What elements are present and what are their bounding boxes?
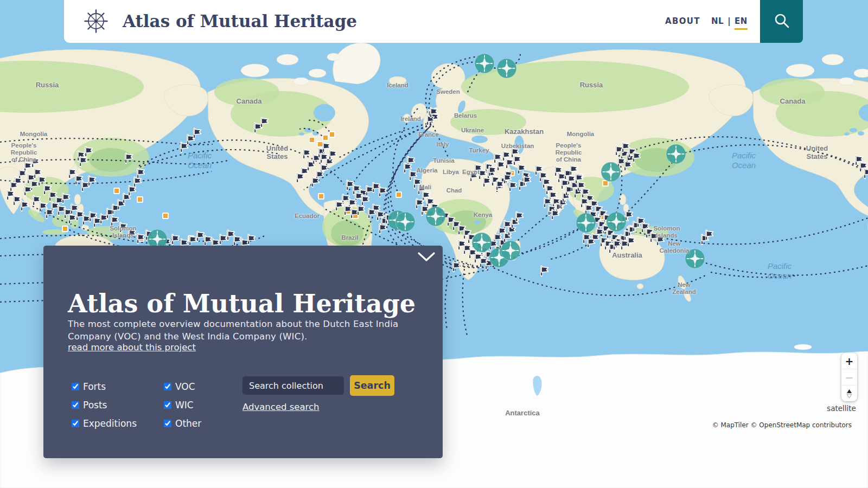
post-square-marker[interactable] [323,135,328,140]
compass-wheel-logo-icon[interactable] [83,8,109,36]
zoom-out-button[interactable]: − [841,369,857,385]
cluster-compass-marker[interactable] [426,207,445,226]
cluster-compass-marker[interactable] [607,212,626,232]
chevron-down-icon [414,258,438,266]
satellite-layer-toggle[interactable]: satellite [823,404,860,413]
search-submit-button[interactable]: Search [350,375,394,396]
filter-posts[interactable]: Posts [72,400,107,410]
cluster-compass-marker[interactable] [472,233,492,252]
search-collection-input[interactable] [242,376,344,395]
map-zoom-controls: + − [841,353,857,401]
nav-about-link[interactable]: ABOUT [665,16,700,26]
read-more-link[interactable]: read more about this project [68,342,196,352]
voc-checkbox[interactable] [164,383,171,390]
atlas-app: RussiaMongoliaPeople's Republic of China… [0,0,868,488]
post-square-marker[interactable] [603,181,608,186]
cluster-compass-marker[interactable] [666,144,686,164]
post-square-marker[interactable] [318,194,324,199]
filter-forts[interactable]: Forts [72,381,106,392]
search-icon [771,10,792,33]
post-square-marker[interactable] [114,188,119,194]
filter-voc[interactable]: VOC [164,381,195,392]
collapse-panel-button[interactable] [413,249,439,267]
cluster-compass-marker[interactable] [475,54,494,73]
cluster-compass-marker[interactable] [685,249,705,268]
filter-wic[interactable]: WIC [164,400,194,410]
site-title: Atlas of Mutual Heritage [123,11,357,31]
zoom-in-button[interactable]: + [841,353,857,369]
post-square-marker[interactable] [329,132,335,137]
post-square-marker[interactable] [62,226,68,232]
cluster-compass-marker[interactable] [497,59,516,78]
lang-nl-link[interactable]: NL [711,16,724,26]
header-search-button[interactable] [760,0,803,43]
intro-panel: Atlas of Mutual Heritage The most comple… [43,246,443,458]
wic-checkbox[interactable] [164,401,171,409]
cluster-compass-marker[interactable] [395,212,415,232]
post-square-marker[interactable] [163,213,168,219]
tilt-compass-control[interactable] [841,385,857,401]
filter-expeditions[interactable]: Expeditions [72,418,137,429]
advanced-search-link[interactable]: Advanced search [242,402,320,412]
post-square-marker[interactable] [137,197,143,202]
lang-en-link[interactable]: EN [735,16,748,30]
other-checkbox[interactable] [164,420,171,427]
cluster-compass-marker[interactable] [576,213,596,233]
posts-checkbox[interactable] [72,401,79,409]
header: Atlas of Mutual Heritage ABOUT NL|EN [64,0,760,43]
language-switcher: NL|EN [711,16,748,26]
filter-other[interactable]: Other [164,418,201,429]
post-square-marker[interactable] [396,192,401,197]
map-attribution: © MapTiler © OpenStreetMap contributors [707,420,857,431]
expeditions-checkbox[interactable] [72,420,79,427]
cluster-compass-marker[interactable] [601,162,621,182]
post-square-marker[interactable] [309,137,315,143]
lang-separator: | [727,16,731,26]
cluster-compass-marker[interactable] [501,241,520,260]
forts-checkbox[interactable] [72,383,79,390]
panel-title: Atlas of Mutual Heritage [68,290,416,318]
panel-description: The most complete overview documentation… [68,318,420,343]
tilt-arrows-icon [846,389,853,399]
post-square-marker[interactable] [317,142,323,147]
